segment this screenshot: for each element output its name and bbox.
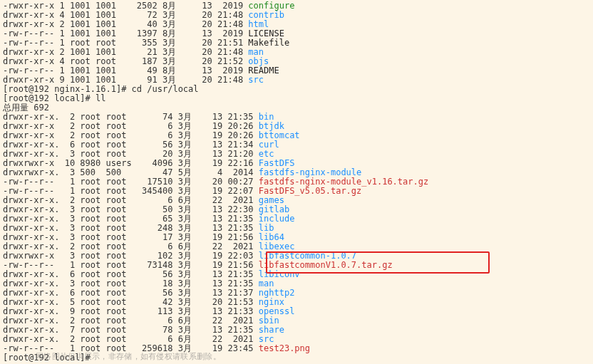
file-name: objs (248, 56, 269, 66)
file-name: libiconv (259, 269, 300, 279)
file-name: contrib (248, 10, 284, 20)
file-name: man (248, 47, 264, 57)
file-name: sbin (259, 316, 279, 326)
file-name: curl (259, 140, 279, 150)
file-name: libfastcommon-1.0.7 (259, 251, 356, 261)
prompt-line: [root@192 local]# ll (3, 94, 590, 103)
file-name: include (259, 214, 295, 224)
file-name: test23.png (259, 343, 310, 353)
file-name: man (259, 279, 274, 288)
terminal-output[interactable]: -rwxr-xr-x 1 1001 1001 2502 8月 13 2019 c… (0, 0, 593, 364)
file-name: openssl (259, 306, 295, 316)
file-name: btjdk (259, 121, 284, 131)
file-name: games (259, 195, 284, 205)
file-name: nginx (259, 297, 284, 307)
file-name: gitlab (259, 204, 289, 214)
file-name: libexec (259, 241, 295, 251)
file-name: FastDFS_v5.05.tar.gz (259, 186, 362, 196)
file-name: README (248, 66, 279, 76)
file-name: LICENSE (248, 28, 284, 38)
file-name: FastDFS (259, 158, 295, 168)
file-name: etc (259, 149, 274, 159)
file-name: src (259, 334, 274, 344)
file-name: lib (259, 223, 274, 233)
file-name: fastdfs-nginx-module_v1.16.tar.gz (259, 177, 428, 187)
file-name: html (248, 19, 269, 29)
file-name: fastdfs-nginx-module (259, 167, 362, 177)
prompt-line: [root@192 local]# (3, 353, 590, 363)
file-name: bttomcat (259, 130, 300, 140)
file-name: src (248, 75, 264, 85)
file-name: bin (259, 112, 274, 122)
file-name: libfastcommonV1.0.7.tar.gz (259, 260, 393, 270)
file-name: nghttp2 (259, 288, 295, 298)
file-name: Makefile (248, 38, 289, 48)
file-name: lib64 (259, 232, 284, 242)
file-name: share (259, 325, 284, 335)
file-name: configure (248, 1, 294, 11)
